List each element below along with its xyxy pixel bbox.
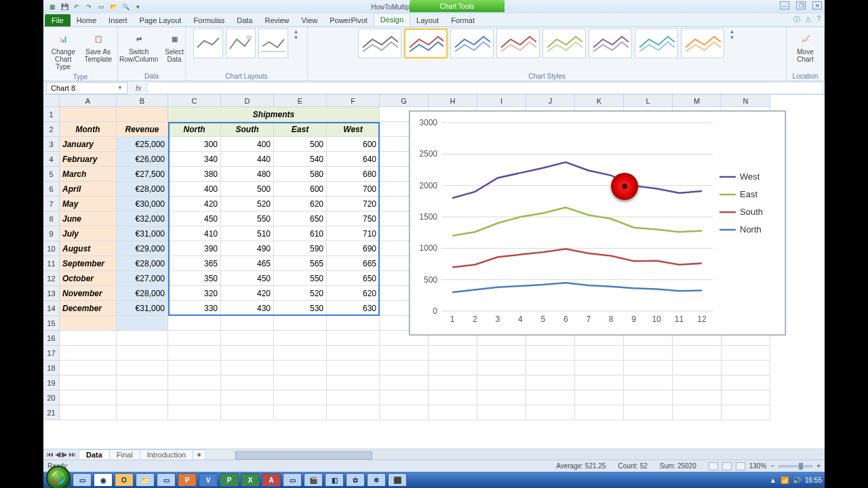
row-header-13[interactable]: 13	[43, 286, 60, 301]
cell-K21[interactable]	[575, 405, 624, 420]
row-header-8[interactable]: 8	[43, 211, 60, 226]
cell-I19[interactable]	[477, 375, 526, 390]
cell-B1[interactable]	[117, 107, 168, 122]
tab-design[interactable]: Design	[374, 13, 410, 26]
cell-C3[interactable]: 300	[168, 137, 221, 152]
cell-C19[interactable]	[168, 375, 221, 390]
cell-B4[interactable]: €26,000	[117, 152, 168, 167]
cell-A3[interactable]: January	[60, 137, 117, 152]
taskbar-app-13[interactable]: ◧	[325, 473, 344, 487]
chart-layout-2[interactable]	[226, 28, 256, 58]
cell-F14[interactable]: 630	[327, 301, 380, 316]
cell-D17[interactable]	[221, 346, 274, 361]
taskbar-chrome[interactable]: ◉	[94, 473, 113, 487]
cell-D4[interactable]: 440	[221, 152, 274, 167]
row-header-5[interactable]: 5	[43, 167, 60, 182]
cell-N19[interactable]	[722, 375, 770, 390]
cell-H19[interactable]	[429, 375, 477, 390]
column-header-F[interactable]: F	[327, 95, 380, 107]
zoom-level[interactable]: 130%	[749, 462, 767, 470]
cell-B18[interactable]	[117, 361, 168, 375]
cell-J20[interactable]	[526, 390, 575, 405]
row-header-17[interactable]: 17	[43, 346, 60, 361]
fx-icon[interactable]: fx	[130, 84, 147, 92]
maximize-button[interactable]: ❐	[796, 1, 806, 9]
chart-style-1[interactable]	[358, 28, 401, 58]
cell-A17[interactable]	[60, 346, 117, 361]
taskbar-app-11[interactable]: ▭	[283, 473, 302, 487]
row-header-20[interactable]: 20	[43, 390, 60, 405]
formula-input[interactable]	[147, 82, 823, 94]
cell-C5[interactable]: 380	[168, 167, 221, 182]
cell-E19[interactable]	[274, 375, 327, 390]
cell-C20[interactable]	[168, 390, 221, 405]
taskbar-app-16[interactable]: ⬛	[388, 473, 407, 487]
tab-file[interactable]: File	[45, 14, 71, 26]
cell-E21[interactable]	[274, 405, 327, 420]
cell-D14[interactable]: 430	[221, 301, 274, 316]
cell-H17[interactable]	[429, 346, 477, 361]
cell-G20[interactable]	[380, 390, 429, 405]
cell-D10[interactable]: 490	[221, 241, 274, 256]
cell-F18[interactable]	[327, 361, 380, 375]
cell-A18[interactable]	[60, 361, 117, 375]
zoom-in-button[interactable]: +	[816, 462, 821, 470]
open-icon[interactable]: 📂	[108, 2, 118, 12]
cell-C7[interactable]: 420	[168, 197, 221, 211]
column-header-J[interactable]: J	[526, 95, 575, 107]
cell-F6[interactable]: 700	[327, 182, 380, 197]
cell-H21[interactable]	[429, 405, 477, 420]
tray-expand-icon[interactable]: ▲	[770, 476, 776, 484]
cell-C17[interactable]	[168, 346, 221, 361]
cell-A4[interactable]: February	[60, 152, 117, 167]
chart-layout-3[interactable]	[258, 28, 288, 58]
cell-L19[interactable]	[624, 375, 673, 390]
cell-A8[interactable]: June	[60, 211, 117, 226]
cell-J19[interactable]	[526, 375, 575, 390]
cell-A21[interactable]	[60, 405, 117, 420]
cell-A13[interactable]: November	[60, 286, 117, 301]
cell-C8[interactable]: 450	[168, 211, 221, 226]
redo-icon[interactable]: ↷	[84, 2, 94, 12]
cell-C16[interactable]	[168, 331, 221, 346]
cell-M19[interactable]	[673, 375, 722, 390]
cell-B3[interactable]: €25,000	[117, 137, 168, 152]
start-button[interactable]	[46, 466, 71, 488]
cell-month-header[interactable]: Month	[60, 122, 117, 137]
sheet-nav-first-icon[interactable]: ⏮	[46, 450, 54, 459]
cell-E11[interactable]: 565	[274, 256, 327, 271]
cell-B21[interactable]	[117, 405, 168, 420]
minimize-button[interactable]: —	[780, 1, 789, 9]
select-data-button[interactable]: ▦ Select Data	[163, 28, 185, 64]
cell-A11[interactable]: September	[60, 256, 117, 271]
chart-style-4[interactable]	[496, 28, 540, 58]
cell-B14[interactable]: €31,000	[117, 301, 168, 316]
cell-E16[interactable]	[274, 331, 327, 346]
cell-D21[interactable]	[221, 405, 274, 420]
cell-L21[interactable]	[624, 405, 673, 420]
cell-D12[interactable]: 450	[221, 271, 274, 286]
sheet-nav-next-icon[interactable]: ▶	[62, 450, 67, 459]
cell-E4[interactable]: 540	[274, 152, 327, 167]
tab-home[interactable]: Home	[71, 14, 102, 26]
cell-F19[interactable]	[327, 375, 380, 390]
row-header-15[interactable]: 15	[43, 316, 60, 331]
row-header-4[interactable]: 4	[43, 152, 60, 167]
cell-B6[interactable]: €28,000	[117, 182, 168, 197]
cell-N17[interactable]	[722, 346, 770, 361]
cell-B15[interactable]	[117, 316, 168, 331]
chart-layouts-more[interactable]: ▲▼	[292, 28, 300, 41]
cell-B12[interactable]: €27,000	[117, 271, 168, 286]
row-header-21[interactable]: 21	[43, 405, 60, 420]
cell-E18[interactable]	[274, 361, 327, 375]
taskbar-project[interactable]: P	[220, 473, 239, 487]
cell-B10[interactable]: €29,000	[117, 241, 168, 256]
tab-formulas[interactable]: Formulas	[187, 14, 231, 26]
cell-D9[interactable]: 510	[221, 226, 274, 241]
row-header-19[interactable]: 19	[43, 375, 60, 390]
cell-I17[interactable]	[477, 346, 526, 361]
cell-M20[interactable]	[673, 390, 722, 405]
cell-F5[interactable]: 680	[327, 167, 380, 182]
qat-more-icon[interactable]: ▾	[133, 2, 142, 12]
cell-B16[interactable]	[117, 331, 168, 346]
